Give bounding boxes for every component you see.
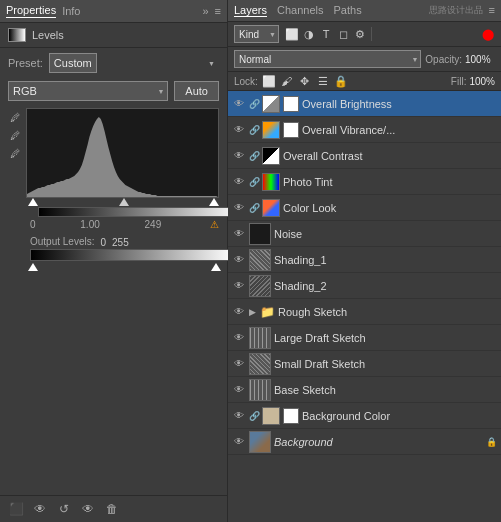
eye-icon[interactable]: 👁 <box>232 331 246 345</box>
white-input-triangle[interactable] <box>209 198 219 206</box>
input-triangle-row <box>28 198 219 206</box>
layer-row[interactable]: 👁 🔗 Color Look <box>228 195 501 221</box>
input-mid-value[interactable]: 1.00 <box>80 219 99 230</box>
eye-icon[interactable]: 👁 <box>232 409 246 423</box>
layer-row[interactable]: 👁 🔗 Overall Vibrance/... <box>228 117 501 143</box>
top-right-icons: 思路设计出品 ≡ <box>429 4 495 17</box>
lock-image-icon[interactable]: 🖌 <box>280 74 294 88</box>
bottom-toolbar: ⬛ 👁 ↺ 👁 🗑 <box>0 495 227 522</box>
output-min-val[interactable]: 0 <box>100 237 106 248</box>
eye-icon[interactable]: 👁 <box>232 149 246 163</box>
eye-icon[interactable]: 👁 <box>232 201 246 215</box>
output-section: Output Levels: 0 255 <box>30 236 219 271</box>
opacity-value[interactable]: 100% <box>465 54 495 65</box>
eye-icon[interactable]: 👁 <box>232 435 246 449</box>
eye-icon[interactable]: 👁 <box>232 123 246 137</box>
eye-icon[interactable]: 👁 <box>232 279 246 293</box>
reset-icon[interactable]: ↺ <box>56 501 72 517</box>
kind-select[interactable]: Kind <box>234 25 279 43</box>
tab-layers[interactable]: Layers <box>234 4 267 17</box>
layer-name: Background Color <box>302 410 497 422</box>
lock-all-icon[interactable]: 🔒 <box>334 74 348 88</box>
layer-row[interactable]: 👁 Background 🔒 <box>228 429 501 455</box>
layer-row[interactable]: 👁 Shading_1 <box>228 247 501 273</box>
input-max-value[interactable]: 249 <box>145 219 162 230</box>
type-filter-icon[interactable]: T <box>319 27 333 41</box>
tab-channels[interactable]: Channels <box>277 4 323 17</box>
tab-paths[interactable]: Paths <box>334 4 362 17</box>
layer-name: Overall Vibrance/... <box>302 124 497 136</box>
layer-row[interactable]: 👁 Shading_2 <box>228 273 501 299</box>
black-point-eyedropper-icon[interactable]: 🖉 <box>8 110 22 124</box>
folder-icon: 📁 <box>260 305 275 319</box>
expand-icon[interactable]: » <box>202 5 208 17</box>
layer-name: Overall Contrast <box>283 150 497 162</box>
lock-position-icon[interactable]: ✥ <box>298 74 312 88</box>
layer-name: Background <box>274 436 481 448</box>
layer-thumb <box>249 431 271 453</box>
white-output-triangle[interactable] <box>211 263 221 271</box>
layer-row[interactable]: 👁 🔗 Background Color <box>228 403 501 429</box>
preset-select[interactable]: Custom <box>49 53 97 73</box>
layer-row[interactable]: 👁 🔗 Overall Brightness <box>228 91 501 117</box>
layer-row[interactable]: 👁 ▶ 📁 Rough Sketch <box>228 299 501 325</box>
lock-transparent-icon[interactable]: ⬜ <box>262 74 276 88</box>
input-gradient-bar <box>38 207 242 217</box>
layer-link-icon: 🔗 <box>249 149 259 163</box>
layer-thumb <box>262 121 280 139</box>
eye-icon[interactable]: 👁 <box>232 357 246 371</box>
white-point-eyedropper-icon[interactable]: 🖉 <box>8 146 22 160</box>
auto-button[interactable]: Auto <box>174 81 219 101</box>
eye-icon[interactable]: 👁 <box>232 253 246 267</box>
black-input-triangle[interactable] <box>28 198 38 206</box>
view-previous-icon[interactable]: 👁 <box>80 501 96 517</box>
gray-point-eyedropper-icon[interactable]: 🖉 <box>8 128 22 142</box>
input-min-value[interactable]: 0 <box>30 219 36 230</box>
layer-list: 👁 🔗 Overall Brightness 👁 🔗 Overall Vibra… <box>228 91 501 522</box>
filter-toggle-icon[interactable]: ⬤ <box>481 27 495 41</box>
layer-thumb <box>262 407 280 425</box>
mid-input-triangle[interactable] <box>119 198 129 206</box>
smartobj-filter-icon[interactable]: ⚙ <box>353 27 367 41</box>
visibility-icon[interactable]: 👁 <box>32 501 48 517</box>
layer-row[interactable]: 👁 Large Draft Sketch <box>228 325 501 351</box>
black-output-triangle[interactable] <box>28 263 38 271</box>
fill-label: Fill: <box>451 76 467 87</box>
eye-icon[interactable]: 👁 <box>232 305 246 319</box>
layer-row[interactable]: 👁 Base Sketch <box>228 377 501 403</box>
layer-row[interactable]: 👁 Small Draft Sketch <box>228 351 501 377</box>
blend-mode-select[interactable]: Normal <box>234 50 421 68</box>
tab-properties[interactable]: Properties <box>6 4 56 18</box>
opacity-section: Opacity: 100% <box>425 54 495 65</box>
layer-row[interactable]: 👁 🔗 Overall Contrast <box>228 143 501 169</box>
layer-row[interactable]: 👁 🔗 Photo Tint <box>228 169 501 195</box>
output-max-val[interactable]: 255 <box>112 237 129 248</box>
expand-group-icon[interactable]: ▶ <box>249 307 256 317</box>
layer-name: Overall Brightness <box>302 98 497 110</box>
clip-to-layer-icon[interactable]: ⬛ <box>8 501 24 517</box>
input-level-controls <box>28 198 219 207</box>
pixel-filter-icon[interactable]: ⬜ <box>285 27 299 41</box>
lock-row: Lock: ⬜ 🖌 ✥ ☰ 🔒 Fill: 100% <box>228 72 501 91</box>
eye-icon[interactable]: 👁 <box>232 97 246 111</box>
menu-icon[interactable]: ≡ <box>215 5 221 17</box>
eye-icon[interactable]: 👁 <box>232 383 246 397</box>
channel-select-wrapper: RGB <box>8 81 168 101</box>
layer-name: Small Draft Sketch <box>274 358 497 370</box>
layer-row[interactable]: 👁 Noise <box>228 221 501 247</box>
shape-filter-icon[interactable]: ◻ <box>336 27 350 41</box>
layer-thumb <box>262 147 280 165</box>
layer-thumb <box>249 249 271 271</box>
tab-info[interactable]: Info <box>62 5 80 17</box>
layer-thumb <box>249 327 271 349</box>
channel-select[interactable]: RGB <box>8 81 168 101</box>
eye-icon[interactable]: 👁 <box>232 175 246 189</box>
layer-name: Shading_1 <box>274 254 497 266</box>
panel-menu-icon[interactable]: ≡ <box>489 4 495 17</box>
adjustment-filter-icon[interactable]: ◑ <box>302 27 316 41</box>
layer-link-icon: 🔗 <box>249 409 259 423</box>
delete-icon[interactable]: 🗑 <box>104 501 120 517</box>
lock-artboard-icon[interactable]: ☰ <box>316 74 330 88</box>
eye-icon[interactable]: 👁 <box>232 227 246 241</box>
fill-value[interactable]: 100% <box>469 76 495 87</box>
